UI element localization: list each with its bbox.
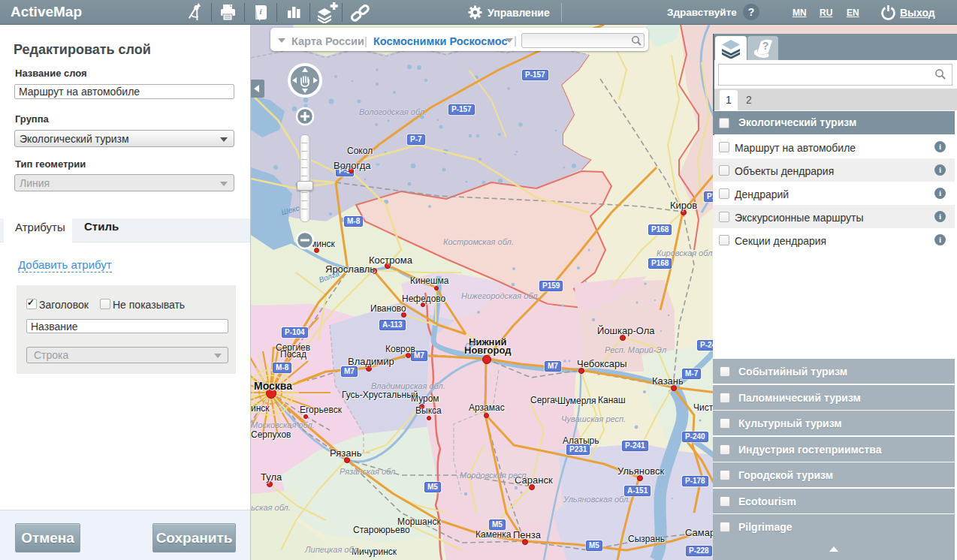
svg-text:?: ? [762,40,769,52]
